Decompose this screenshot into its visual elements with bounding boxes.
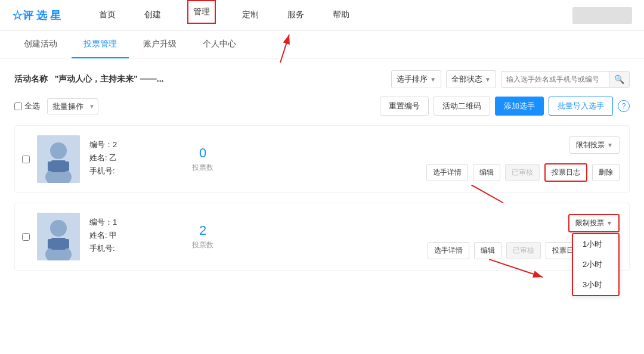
- avatar-1: [37, 135, 80, 183]
- person-svg-1: [37, 135, 80, 183]
- filter-row: 活动名称 "声动人心，主持未来" ——... 选手排序 ▼ 全部状态 ▼ 🔍: [14, 70, 630, 88]
- candidate-info-1: 编号：2 姓名: 乙 手机号:: [89, 139, 161, 179]
- toolbar-row: 全选 批量操作 重置编号 活动二维码 添加选手 批量导入选手 ?: [14, 97, 630, 116]
- card-actions-1: 限制投票 ▼ 选手详情 编辑 已审核 投票日志 删除: [426, 136, 620, 182]
- nav-home[interactable]: 首页: [97, 0, 118, 31]
- select-all-label[interactable]: 全选: [14, 101, 40, 111]
- vote-count-area-2: 2 投票数: [185, 223, 221, 250]
- edit-btn-2[interactable]: 编辑: [474, 242, 501, 259]
- candidate-num-2: 编号：1: [89, 217, 161, 228]
- limit-vote-row-1: 限制投票 ▼: [569, 136, 620, 154]
- sort-select[interactable]: 选手排序 ▼: [391, 70, 441, 88]
- audit-btn-2: 已审核: [506, 242, 541, 259]
- candidate-card-2: 编号：1 姓名: 甲 手机号: 2 投票数 限制投票 ▼ 1小时 2小时: [14, 203, 630, 271]
- nav-create[interactable]: 创建: [142, 0, 163, 31]
- search-button[interactable]: 🔍: [609, 72, 629, 87]
- vote-number-2: 2: [199, 223, 206, 238]
- nav-service[interactable]: 服务: [285, 0, 306, 31]
- log-btn-1[interactable]: 投票日志: [544, 163, 587, 182]
- search-input[interactable]: [501, 72, 609, 86]
- card-checkbox-2[interactable]: [22, 233, 30, 241]
- batch-op-select[interactable]: 批量操作: [47, 98, 98, 114]
- limit-vote-row-2: 限制投票 ▼ 1小时 2小时 3小时: [568, 214, 620, 232]
- vote-label-2: 投票数: [192, 240, 213, 250]
- action-buttons-row-1: 选手详情 编辑 已审核 投票日志 删除: [426, 163, 620, 182]
- activity-qr-button[interactable]: 活动二维码: [434, 97, 490, 116]
- avatar-2: [37, 213, 80, 260]
- nav-help[interactable]: 帮助: [330, 0, 352, 31]
- svg-rect-6: [48, 162, 52, 171]
- subnav-upgrade[interactable]: 账户升级: [131, 31, 188, 58]
- vote-count-area-1: 0 投票数: [185, 145, 221, 172]
- top-nav: ☆评 选 星 首页 创建 管理 定制 服务 帮助: [0, 0, 644, 31]
- limit-vote-dropdown: 1小时 2小时 3小时: [572, 233, 620, 296]
- edit-btn-1[interactable]: 编辑: [473, 164, 500, 181]
- svg-rect-5: [51, 160, 66, 172]
- person-svg-2: [37, 213, 80, 260]
- nav-right: [572, 7, 632, 24]
- dropdown-item-2h[interactable]: 2小时: [573, 254, 618, 275]
- vote-number-1: 0: [199, 145, 206, 161]
- audit-btn-1: 已审核: [505, 164, 540, 181]
- dropdown-item-1h[interactable]: 1小时: [573, 234, 618, 254]
- user-avatar: [572, 7, 632, 24]
- card-actions-2: 限制投票 ▼ 1小时 2小时 3小时 选手详情 编辑 已审核 投票日志 删除: [428, 214, 620, 259]
- nav-manage[interactable]: 管理: [187, 0, 216, 24]
- sub-nav: 创建活动 投票管理 账户升级 个人中心: [0, 31, 644, 58]
- nav-links: 首页 创建 管理 定制 服务 帮助: [97, 0, 572, 31]
- svg-point-11: [50, 220, 67, 237]
- vote-label-1: 投票数: [192, 163, 213, 173]
- limit-vote-btn-1[interactable]: 限制投票 ▼: [569, 136, 620, 154]
- limit-chevron-icon-2: ▼: [606, 220, 612, 226]
- candidate-phone-1: 手机号:: [89, 166, 161, 176]
- svg-rect-13: [51, 238, 66, 250]
- logo: ☆评 选 星: [12, 8, 61, 23]
- svg-rect-14: [48, 239, 52, 249]
- main-content: 活动名称 "声动人心，主持未来" ——... 选手排序 ▼ 全部状态 ▼ 🔍 全…: [0, 58, 644, 292]
- batch-import-button[interactable]: 批量导入选手: [549, 97, 613, 116]
- chevron-icon: ▼: [430, 76, 436, 83]
- batch-op-wrapper: 批量操作: [47, 98, 98, 114]
- candidate-card-1: 编号：2 姓名: 乙 手机号: 0 投票数 限制投票 ▼ 选手详情 编辑: [14, 125, 630, 193]
- subnav-profile[interactable]: 个人中心: [191, 31, 248, 58]
- subnav-vote-manage[interactable]: 投票管理: [72, 31, 129, 58]
- chevron-icon: ▼: [485, 76, 491, 83]
- detail-btn-1[interactable]: 选手详情: [426, 164, 468, 181]
- dropdown-item-3h[interactable]: 3小时: [573, 275, 618, 295]
- limit-vote-btn-2[interactable]: 限制投票 ▼: [568, 214, 620, 232]
- reset-num-button[interactable]: 重置编号: [380, 97, 429, 116]
- candidate-phone-2: 手机号:: [89, 243, 161, 254]
- activity-title: 活动名称 "声动人心，主持未来" ——...: [14, 74, 164, 85]
- nav-customize[interactable]: 定制: [240, 0, 261, 31]
- help-icon[interactable]: ?: [618, 100, 630, 112]
- limit-chevron-icon-1: ▼: [607, 142, 613, 148]
- add-candidate-button[interactable]: 添加选手: [495, 97, 544, 116]
- detail-btn-2[interactable]: 选手详情: [428, 242, 469, 259]
- svg-point-3: [50, 142, 67, 159]
- card-checkbox-1[interactable]: [22, 156, 30, 163]
- candidate-name-2: 姓名: 甲: [89, 230, 161, 241]
- candidate-name-1: 姓名: 乙: [89, 153, 161, 163]
- delete-btn-1[interactable]: 删除: [592, 164, 620, 181]
- candidate-num-1: 编号：2: [89, 139, 161, 150]
- svg-rect-7: [64, 162, 69, 171]
- candidate-info-2: 编号：1 姓名: 甲 手机号:: [89, 217, 161, 256]
- search-box: 🔍: [501, 71, 630, 88]
- subnav-create[interactable]: 创建活动: [12, 31, 69, 58]
- select-all-checkbox[interactable]: [14, 103, 22, 110]
- svg-rect-15: [64, 239, 69, 249]
- status-select[interactable]: 全部状态 ▼: [446, 70, 496, 88]
